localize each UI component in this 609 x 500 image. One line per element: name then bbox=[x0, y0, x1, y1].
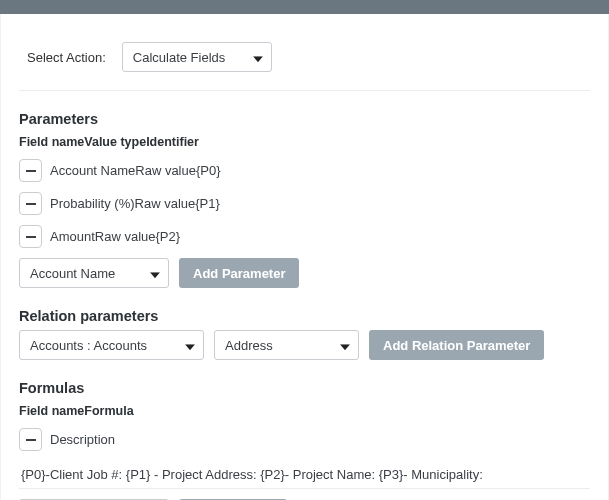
formula-row: Description bbox=[19, 428, 590, 451]
svg-rect-0 bbox=[26, 170, 36, 172]
parameter-field-value: Account Name bbox=[30, 266, 115, 281]
add-parameter-button[interactable]: Add Parameter bbox=[179, 258, 299, 288]
parameters-title: Parameters bbox=[19, 111, 590, 127]
caret-down-icon bbox=[340, 338, 350, 353]
formula-field: Description bbox=[50, 432, 115, 447]
remove-formula-button[interactable] bbox=[19, 428, 42, 451]
svg-rect-3 bbox=[26, 439, 36, 441]
formulas-header: Field nameFormula bbox=[19, 404, 590, 418]
remove-parameter-button[interactable] bbox=[19, 192, 42, 215]
parameter-row: AmountRaw value{P2} bbox=[19, 225, 590, 248]
minus-icon bbox=[26, 236, 36, 238]
parameter-text: Account NameRaw value{P0} bbox=[50, 163, 221, 178]
col-formula: Formula bbox=[84, 404, 133, 418]
remove-parameter-button[interactable] bbox=[19, 225, 42, 248]
panel: Select Action: Calculate Fields Paramete… bbox=[0, 14, 609, 500]
add-relation-parameter-button[interactable]: Add Relation Parameter bbox=[369, 330, 544, 360]
minus-icon bbox=[26, 170, 36, 172]
parameter-row: Account NameRaw value{P0} bbox=[19, 159, 590, 182]
parameter-field-select[interactable]: Account Name bbox=[19, 258, 169, 288]
select-action-label: Select Action: bbox=[27, 50, 106, 65]
relation-parameters-title: Relation parameters bbox=[19, 308, 590, 324]
col-value-type: Value type bbox=[84, 135, 146, 149]
relation-source-select[interactable]: Accounts : Accounts bbox=[19, 330, 204, 360]
svg-rect-2 bbox=[26, 236, 36, 238]
select-action-row: Select Action: Calculate Fields bbox=[19, 26, 590, 91]
parameters-header: Field nameValue typeIdentifier bbox=[19, 135, 590, 149]
top-bar bbox=[0, 0, 609, 14]
col-field-name: Field name bbox=[19, 404, 84, 418]
caret-down-icon bbox=[185, 338, 195, 353]
formulas-title: Formulas bbox=[19, 380, 590, 396]
action-select-value: Calculate Fields bbox=[133, 50, 226, 65]
add-parameter-row: Account Name Add Parameter bbox=[19, 258, 590, 288]
col-field-name: Field name bbox=[19, 135, 84, 149]
add-relation-row: Accounts : Accounts Address Add Relation… bbox=[19, 330, 590, 360]
col-identifier: Identifier bbox=[146, 135, 199, 149]
remove-parameter-button[interactable] bbox=[19, 159, 42, 182]
svg-rect-1 bbox=[26, 203, 36, 205]
formula-expression: {P0}-Client Job #: {P1} - Project Addres… bbox=[19, 461, 590, 489]
action-select[interactable]: Calculate Fields bbox=[122, 42, 272, 72]
parameter-text: Probability (%)Raw value{P1} bbox=[50, 196, 220, 211]
minus-icon bbox=[26, 203, 36, 205]
relation-source-value: Accounts : Accounts bbox=[30, 338, 147, 353]
caret-down-icon bbox=[150, 266, 160, 281]
relation-field-value: Address bbox=[225, 338, 273, 353]
parameter-row: Probability (%)Raw value{P1} bbox=[19, 192, 590, 215]
relation-field-select[interactable]: Address bbox=[214, 330, 359, 360]
minus-icon bbox=[26, 439, 36, 441]
parameter-text: AmountRaw value{P2} bbox=[50, 229, 180, 244]
caret-down-icon bbox=[253, 50, 263, 65]
